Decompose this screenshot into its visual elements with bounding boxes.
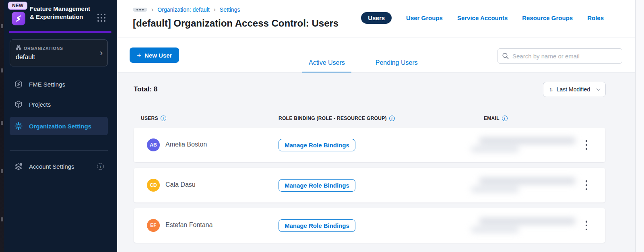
column-header-users: USERS: [141, 116, 158, 121]
tab-active-users[interactable]: Active Users: [302, 59, 351, 72]
tab-service-accounts[interactable]: Service Accounts: [457, 14, 508, 21]
user-name: Estefan Fontana: [165, 221, 213, 229]
app-window: NEW Feature Management & Experimentation…: [0, 0, 644, 252]
breadcrumb-link-organization[interactable]: Organization: default: [157, 6, 209, 13]
new-user-button[interactable]: + New User: [130, 48, 179, 63]
tab-user-groups[interactable]: User Groups: [406, 14, 443, 21]
email-redacted: [471, 136, 584, 154]
layers-gear-icon: [14, 162, 23, 171]
sidebar-item-label: Account Settings: [29, 163, 74, 170]
tab-users[interactable]: Users: [361, 12, 392, 24]
tab-resource-groups[interactable]: Resource Groups: [522, 14, 573, 21]
sidebar-item-account-settings[interactable]: Account Settings i: [10, 159, 108, 173]
manage-role-bindings-button[interactable]: Manage Role Bindings: [279, 219, 355, 232]
toolbar: + New User Active Users Pending Users: [117, 38, 635, 73]
chevron-right-icon: ›: [214, 7, 216, 12]
sidebar-item-label: Organization Settings: [29, 123, 91, 130]
search-icon: [502, 52, 509, 60]
breadcrumb-ellipsis-button[interactable]: [133, 8, 147, 12]
user-state-tabs: Active Users Pending Users: [302, 59, 424, 72]
gear-icon: [14, 122, 23, 130]
chevron-right-icon: ›: [151, 7, 153, 12]
breadcrumb: › Organization: default › Settings: [133, 6, 240, 13]
table-header-row: USERS i ROLE BINDING (ROLE - RESOURCE GR…: [134, 116, 606, 122]
cube-icon: [14, 100, 23, 109]
app-title: Feature Management & Experimentation: [30, 5, 93, 21]
sidebar-item-label: Projects: [29, 101, 51, 108]
main-panel: › Organization: default › Settings [defa…: [117, 0, 635, 252]
table-row: AB Amelia Boston Manage Role Bindings: [134, 128, 605, 162]
info-icon[interactable]: i: [389, 116, 395, 121]
user-name: Cala Dasu: [165, 181, 196, 188]
organization-selector[interactable]: ORGANIZATIONS default ›: [10, 39, 108, 66]
sort-dropdown-value: Last Modified: [557, 86, 590, 93]
search-box: [497, 48, 622, 64]
column-header-email: EMAIL: [484, 116, 500, 121]
chevron-down-icon: [597, 87, 601, 91]
sidebar-menu: FME Settings Projects: [10, 76, 108, 135]
access-control-tabs: Users User Groups Service Accounts Resou…: [361, 12, 604, 24]
app-switcher-grid-icon[interactable]: [97, 14, 106, 22]
sort-arrows-icon: ↑↓: [549, 86, 552, 93]
sort-dropdown[interactable]: ↑↓ Last Modified: [543, 82, 606, 97]
info-icon[interactable]: i: [502, 116, 508, 121]
column-header-role-binding: ROLE BINDING (ROLE - RESOURCE GROUP): [279, 116, 387, 121]
sidebar: NEW Feature Management & Experimentation…: [4, 0, 117, 252]
header-accent-rule: [9, 31, 111, 33]
avatar: CD: [147, 179, 160, 192]
sidebar-item-organization-settings[interactable]: Organization Settings: [10, 117, 108, 135]
page-header: › Organization: default › Settings [defa…: [117, 0, 635, 37]
table-row: EF Estefan Fontana Manage Role Bindings: [134, 208, 605, 243]
new-badge: NEW: [8, 2, 27, 10]
sidebar-item-fme-settings[interactable]: FME Settings: [10, 76, 108, 92]
chevron-right-icon: ›: [100, 49, 103, 58]
split-logo-outline-icon: [14, 80, 23, 89]
scrollbar-gutter[interactable]: [635, 0, 644, 252]
tab-roles[interactable]: Roles: [587, 14, 604, 21]
background-window-sliver: [0, 0, 4, 252]
new-user-button-label: New User: [144, 52, 172, 59]
fme-logo-icon[interactable]: [12, 12, 25, 25]
avatar: AB: [147, 138, 160, 151]
email-redacted: [471, 216, 584, 235]
search-input[interactable]: [497, 48, 622, 64]
org-selector-label: ORGANIZATIONS: [24, 46, 63, 51]
manage-role-bindings-button[interactable]: Manage Role Bindings: [279, 139, 355, 151]
row-menu-kebab-icon[interactable]: [584, 180, 589, 190]
page-title: [default] Organization Access Control: U…: [133, 18, 339, 29]
total-count: Total: 8: [134, 85, 157, 93]
avatar: EF: [147, 219, 160, 232]
info-icon[interactable]: i: [97, 163, 104, 170]
user-name: Amelia Boston: [165, 141, 207, 148]
sidebar-item-projects[interactable]: Projects: [10, 97, 108, 112]
row-menu-kebab-icon[interactable]: [584, 140, 589, 150]
sidebar-item-label: FME Settings: [29, 81, 65, 88]
plus-icon: +: [137, 52, 141, 59]
row-menu-kebab-icon[interactable]: [584, 221, 589, 230]
email-redacted: [471, 176, 584, 194]
table-row: CD Cala Dasu Manage Role Bindings: [134, 168, 605, 202]
manage-role-bindings-button[interactable]: Manage Role Bindings: [279, 179, 355, 192]
info-icon[interactable]: i: [161, 116, 166, 121]
tab-pending-users[interactable]: Pending Users: [369, 59, 424, 72]
org-hierarchy-icon: [16, 45, 21, 52]
breadcrumb-link-settings[interactable]: Settings: [220, 6, 240, 13]
sidebar-divider: [10, 150, 108, 151]
users-list-panel: Total: 8 ↑↓ Last Modified USERS i ROLE B…: [117, 73, 635, 252]
org-selector-value: default: [16, 54, 102, 61]
